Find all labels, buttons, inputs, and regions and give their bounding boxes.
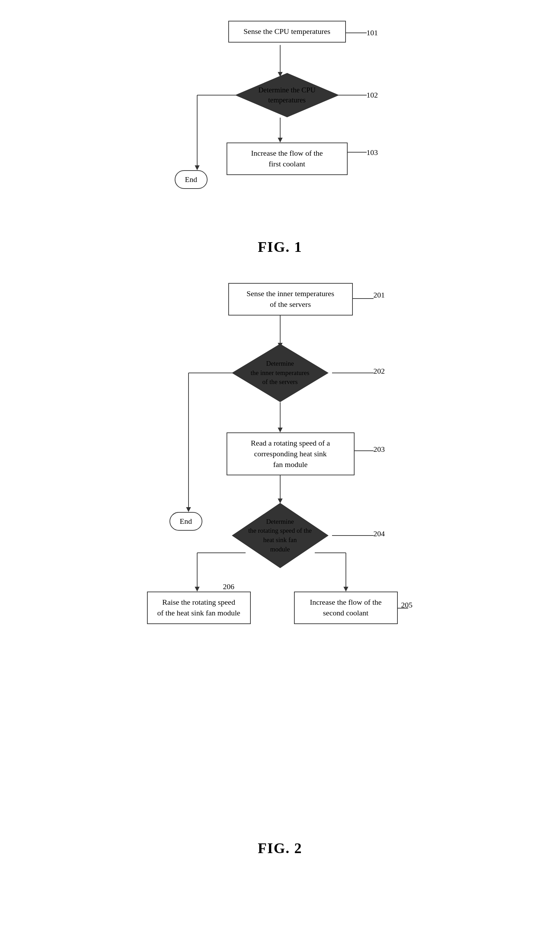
fig1-label: FIG. 1 [258,239,302,255]
ref-203: 203 [374,445,385,454]
svg-marker-22 [195,587,200,592]
node-205: Increase the flow of thesecond coolant [294,592,398,624]
ref-102: 102 [367,91,378,100]
ref-101: 101 [367,28,378,37]
svg-marker-6 [195,165,200,170]
fig1-diagram: Sense the CPU temperatures 101 Determine… [142,14,418,228]
svg-marker-19 [343,587,348,592]
node-204: Determinethe rotating speed of theheat s… [232,503,329,568]
node-end-fig2: End [169,512,202,531]
node-103: Increase the flow of thefirst coolant [226,143,348,175]
node-102: Determine the CPU temperatures [235,73,339,118]
figure-1-container: Sense the CPU temperatures 101 Determine… [125,14,436,255]
node-203: Read a rotating speed of acorresponding … [226,432,355,476]
figure-2-container: Sense the inner temperaturesof the serve… [125,276,436,857]
ref-205: 205 [401,600,413,609]
node-201: Sense the inner temperaturesof the serve… [228,283,353,315]
svg-marker-3 [278,138,283,143]
ref-202: 202 [374,367,385,376]
fig2-diagram: Sense the inner temperaturesof the serve… [125,276,436,829]
fig2-label: FIG. 2 [258,840,302,857]
node-101: Sense the CPU temperatures [228,21,346,43]
node-206: Raise the rotating speedof the heat sink… [147,592,251,624]
node-end: End [175,170,208,189]
node-202: Determinethe inner temperaturesof the se… [232,343,329,402]
ref-206: 206 [223,582,234,591]
svg-marker-25 [186,507,191,512]
ref-204: 204 [374,529,385,538]
ref-201: 201 [374,291,385,300]
svg-marker-14 [278,428,283,432]
ref-103: 103 [367,148,378,157]
